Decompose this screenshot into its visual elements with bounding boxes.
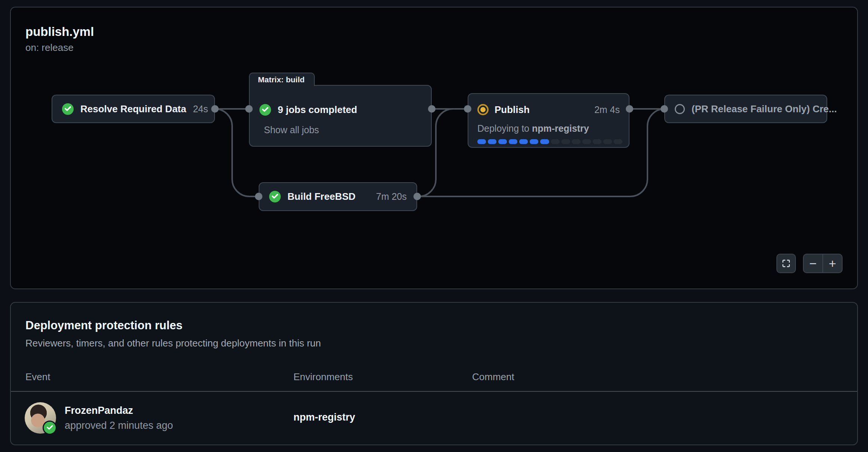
column-header-environments: Environments [293, 371, 353, 383]
rules-description: Reviewers, timers, and other rules prote… [25, 338, 321, 349]
deploy-target-text: npm-registry [532, 123, 589, 134]
zoom-controls: − + [803, 254, 843, 273]
node-duration: 24s [193, 104, 208, 114]
column-header-event: Event [25, 371, 50, 383]
node-title: Resolve Required Data [80, 103, 186, 115]
workflow-file-title: publish.yml [25, 25, 94, 39]
node-pr-release-failure[interactable]: (PR Release Failure Only) Cre... [664, 95, 827, 123]
table-divider [11, 391, 857, 392]
show-all-jobs-link[interactable]: Show all jobs [264, 125, 421, 135]
node-publish[interactable]: Publish 2m 4s Deploying to npm-registry [468, 93, 630, 148]
node-title: Build FreeBSD [287, 191, 355, 202]
progress-segment [603, 139, 612, 144]
progress-segment [498, 139, 507, 144]
workflow-trigger: on: release [25, 42, 74, 54]
progress-segment [593, 139, 601, 144]
matrix-tab: Matrix: build [249, 73, 315, 86]
zoom-in-button[interactable]: + [823, 254, 842, 272]
node-title: 9 jobs completed [278, 104, 357, 116]
pending-icon [675, 104, 685, 114]
matrix-tab-label: Matrix: build [258, 75, 305, 84]
progress-segment [540, 139, 549, 144]
progress-segment [477, 139, 486, 144]
progress-segment [614, 139, 622, 144]
node-duration: 7m 20s [376, 191, 407, 202]
fullscreen-button[interactable] [776, 254, 796, 273]
progress-segment [519, 139, 528, 144]
deploy-status-text: Deploying to npm-registry [477, 123, 620, 134]
zoom-out-button[interactable]: − [804, 254, 822, 272]
rules-heading: Deployment protection rules [25, 319, 182, 332]
progress-segment [488, 139, 496, 144]
in-progress-icon [477, 104, 489, 115]
success-icon [62, 103, 74, 115]
deploy-progress [477, 139, 622, 144]
node-title: (PR Release Failure Only) Cre... [692, 103, 837, 115]
progress-segment [582, 139, 591, 144]
node-resolve-required-data[interactable]: Resolve Required Data 24s [52, 95, 215, 123]
node-matrix-build[interactable]: 9 jobs completed Show all jobs [249, 85, 432, 147]
approved-badge-icon [43, 421, 57, 435]
success-icon [259, 104, 271, 116]
progress-segment [509, 139, 517, 144]
expand-icon [781, 259, 791, 268]
progress-segment [551, 139, 560, 144]
workflow-graph-panel [10, 7, 858, 289]
node-title: Publish [495, 104, 530, 116]
node-build-freebsd[interactable]: Build FreeBSD 7m 20s [259, 182, 417, 211]
column-header-comment: Comment [472, 371, 514, 383]
environment-name: npm-registry [293, 412, 355, 423]
approval-status: approved 2 minutes ago [65, 420, 173, 431]
actions-run-page: publish.yml on: release Resolve Required… [0, 0, 868, 452]
success-icon [269, 191, 281, 202]
node-duration: 2m 4s [594, 104, 620, 115]
progress-segment [561, 139, 570, 144]
user-login: FrozenPandaz [65, 405, 133, 416]
progress-segment [530, 139, 538, 144]
progress-segment [572, 139, 581, 144]
